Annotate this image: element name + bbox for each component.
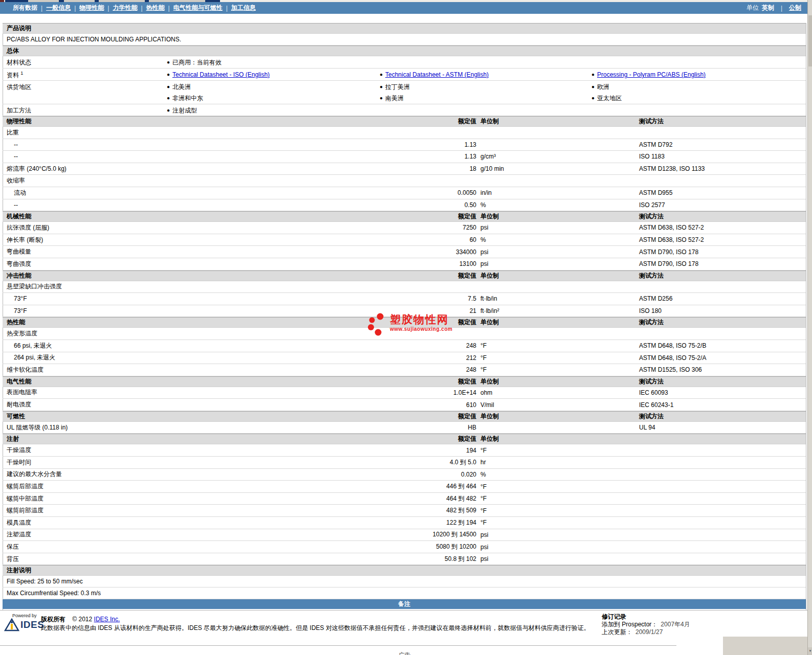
bottom-divider [0,645,676,646]
bullet-icon: ● [377,93,385,103]
section-header-product-description: 产品说明 [3,23,806,34]
nav-tab-all-data[interactable]: 所有数据 [13,4,37,12]
nav-tab-mechanical[interactable]: 力学性能 [113,4,137,12]
datasheet-page: 所有数据 | 一般信息 | 物理性能 | 力学性能 | 热性能 | 电气性能与可… [0,0,812,655]
unit-toggle-imperial[interactable]: 英制 [762,4,774,12]
property-row: 抗张强度 (屈服)7250psiASTM D638, ISO 527-2 [3,222,806,234]
bullet-icon: ● [164,57,172,67]
processing-link[interactable]: Processing - Polyram PC/ABS (English) [597,70,706,80]
bullet-icon: ● [164,105,172,116]
property-row: 螺筒前部温度482 到 509°F [3,505,806,517]
units-label: 单位 [747,4,759,12]
disclaimer-text: 此数据表中的信息由 IDES 从该材料的生产商处获得。IDES 尽最大努力确保此… [41,624,590,633]
ad-label: 广告 [399,651,411,655]
property-group-row: 比重 [3,127,806,139]
section-header-general: 总体 [3,46,806,56]
property-row: 66 psi, 未退火248°FASTM D648, ISO 75-2/B [3,340,806,352]
section-header-injection-notes: 注射说明 [3,565,806,576]
property-row: 螺筒中部温度464 到 482°F [3,493,806,505]
property-row: 流动0.0050in/inASTM D955 [3,187,806,199]
nav-tab-general-info[interactable]: 一般信息 [46,4,71,12]
section-header-injection: 注射 额定值 单位制 [3,434,806,444]
section-header-flammability: 可燃性 额定值 单位制 测试方法 [3,411,806,422]
property-row: 背压50.8 到 102psi [3,553,806,566]
section-header-thermal: 热性能 额定值 单位制 测试方法 [3,317,806,328]
property-row: --1.13ASTM D792 [3,139,806,151]
property-row: 弯曲强度13100psiASTM D790, ISO 178 [3,258,806,270]
general-row-material-status: 材料状态 ●已商用：当前有效 [3,56,806,69]
bullet-icon: ● [164,82,172,92]
property-row: UL 阻燃等级 (0.118 in)HBUL 94 [3,422,806,434]
property-row: 螺筒后部温度446 到 464°F [3,481,806,493]
injection-note-line: Fill Speed: 25 to 50 mm/sec [3,576,806,588]
nav-tab-physical[interactable]: 物理性能 [79,4,104,12]
bullet-icon: ● [164,93,172,103]
notes-bar: 备注 [3,599,806,609]
property-row: 建议的最大水分含量0.020% [3,469,806,481]
property-group-row: 收缩率 [3,175,806,187]
property-row: 73°F21ft·lb/in²ISO 180 [3,305,806,318]
unit-toggle-metric[interactable]: 公制 [789,4,801,12]
footer: Powered by IDES 版权所有 © 2012 IDES Inc. 此数… [0,610,807,645]
section-header-mechanical: 机械性能 额定值 单位制 测试方法 [3,211,806,222]
ides-triangle-icon [4,618,19,631]
vertical-scrollbar[interactable]: ▼ [807,0,812,655]
injection-note-line: Max Circumfrential Speed: 0.3 m/s [3,588,806,599]
property-row: 注塑温度10200 到 14500psi [3,529,806,541]
product-description-text: PC/ABS ALLOY FOR INJECTION MOULDING APPL… [3,34,806,46]
bullet-icon: ● [589,93,597,103]
property-row: 耐电强度610V/milIEC 60243-1 [3,399,806,411]
property-group-row: 热变形温度 [3,328,806,340]
property-row: 73°F7.5ft·lb/inASTM D256 [3,293,806,305]
datasheet-table: 产品说明 PC/ABS ALLOY FOR INJECTION MOULDING… [3,23,806,624]
property-row: --1.13g/cm³ISO 1183 [3,151,806,163]
property-row: 伸长率 (断裂)60%ASTM D638, ISO 527-2 [3,234,806,246]
section-header-physical: 物理性能 额定值 单位制 测试方法 [3,116,806,127]
bullet-icon: ● [377,82,385,92]
nav-tab-processing-info[interactable]: 加工信息 [231,4,256,12]
property-row: 干燥时间4.0 到 5.0hr [3,457,806,469]
general-row-availability: 供货地区 ●北美洲 ●非洲和中东 ●拉丁美洲 ●南美洲 ●欧洲 ●亚太地区 [3,81,806,104]
copyright-line: 版权所有 © 2012 IDES Inc. [41,615,120,624]
bullet-icon: ● [164,70,172,80]
section-header-impact: 冲击性能 额定值 单位制 测试方法 [3,270,806,281]
bullet-icon: ● [377,70,385,80]
scrollbar-thumb[interactable] [808,15,812,66]
section-header-electrical: 电气性能 额定值 单位制 测试方法 [3,376,806,387]
property-row: 干燥温度194°F [3,444,806,457]
section-nav-bar: 所有数据 | 一般信息 | 物理性能 | 力学性能 | 热性能 | 电气性能与可… [0,2,807,14]
datasheet-link-astm[interactable]: Technical Datasheet - ASTM (English) [385,70,489,80]
property-row: 弯曲模量334000psiASTM D790, ISO 178 [3,246,806,258]
table-right-border [806,23,806,655]
datasheet-link-iso[interactable]: Technical Datasheet - ISO (English) [172,70,270,80]
property-row: 保压5080 到 10200psi [3,541,806,553]
property-row: 模具温度122 到 194°F [3,517,806,529]
general-row-resources: 资料 1 ●Technical Datasheet - ISO (English… [3,69,806,81]
revision-title: 修订记录 [602,613,690,621]
bullet-icon: ● [589,82,597,92]
bullet-icon: ● [589,70,597,80]
property-row: --0.50%ISO 2577 [3,199,806,212]
property-group-row: 悬壁梁缺口冲击强度 [3,281,806,293]
ides-inc-link[interactable]: IDES Inc. [94,616,120,623]
scrollbar-down-button[interactable]: ▼ [808,647,812,655]
property-row: 维卡软化温度248°FASTM D1525, ISO 306 [3,364,806,376]
property-row: 264 psi, 未退火212°FASTM D648, ISO 75-2/A [3,352,806,365]
bottom-right-gray-area [723,637,807,655]
nav-tab-thermal[interactable]: 热性能 [146,4,165,12]
nav-tab-electrical-flammability[interactable]: 电气性能与可燃性 [173,4,223,12]
property-row: 熔流率 (240°C/5.0 kg)18g/10 minASTM D1238, … [3,163,806,175]
revision-record: 修订记录 添加到 Prospector：2007年4月 上次更新：2009/1/… [602,613,690,636]
general-row-processing-method: 加工方法 ●注射成型 [3,104,806,116]
property-row: 表面电阻率1.0E+14ohmIEC 60093 [3,387,806,399]
